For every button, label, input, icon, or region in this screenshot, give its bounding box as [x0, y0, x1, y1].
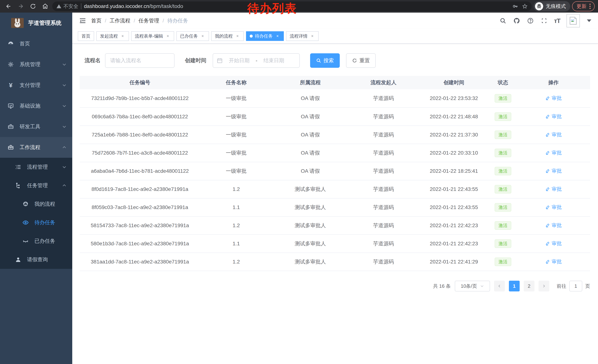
prev-page-button[interactable]: [494, 281, 505, 291]
page-button-2[interactable]: 2: [524, 281, 534, 291]
end-date-input[interactable]: [260, 57, 288, 64]
close-icon[interactable]: ×: [235, 33, 240, 39]
sidebar-item-done-tasks[interactable]: 已办任务: [0, 232, 72, 250]
process-name-input[interactable]: [105, 53, 174, 68]
total-count: 共 16 条: [433, 283, 451, 289]
approve-link[interactable]: 审批: [545, 240, 562, 247]
cell-task-id: 725a1eb6-7b88-11ec-8ef0-acde48001122: [80, 132, 200, 138]
tab-start-process[interactable]: 发起流程×: [96, 31, 129, 41]
sidebar-item-leave-query[interactable]: 请假查询: [0, 250, 72, 269]
date-range-picker[interactable]: -: [213, 53, 300, 68]
close-icon[interactable]: ×: [120, 33, 125, 39]
goto-page-input[interactable]: [569, 281, 582, 291]
cell-task-id: 58154733-7ac8-11ec-a9e2-a2380e71991a: [80, 223, 200, 228]
browser-update-button[interactable]: 更新: [572, 1, 595, 11]
table-row: 58154733-7ac8-11ec-a9e2-a2380e71991a 1.2…: [80, 216, 590, 235]
cell-task-name: 1.2: [200, 259, 272, 265]
page-size-select[interactable]: 10条/页: [455, 281, 490, 291]
table-row: 8f059c03-7ac8-11ec-a9e2-a2380e71991a 1.1…: [80, 198, 590, 216]
gear-icon: [8, 61, 14, 68]
filter-bar: 流程名 创建时间 - 搜索 重置: [72, 44, 598, 68]
github-icon[interactable]: [513, 17, 520, 24]
cell-task-name: 1.1: [200, 241, 272, 247]
cell-process: OA 请假: [272, 113, 348, 120]
sidebar-item-todo-tasks[interactable]: 待办任务: [0, 213, 72, 232]
tab-home[interactable]: 首页: [78, 31, 94, 41]
sidebar: 芋道管理系统 首页 系统管理 ¥ 支付管理 基础设施: [0, 13, 72, 364]
browser-home-button[interactable]: [40, 1, 50, 11]
start-date-input[interactable]: [225, 57, 253, 64]
close-icon[interactable]: ×: [310, 33, 315, 39]
avatar[interactable]: [566, 14, 580, 27]
calendar-icon: [217, 57, 223, 64]
cell-task-id: a6aba0a4-7b6d-11ec-b781-acde48001122: [80, 168, 200, 174]
sidebar-item-system[interactable]: 系统管理: [0, 54, 72, 75]
approve-link[interactable]: 审批: [545, 149, 562, 156]
close-icon[interactable]: ×: [165, 33, 170, 39]
approve-link[interactable]: 审批: [545, 204, 562, 210]
breadcrumb-home[interactable]: 首页: [91, 17, 101, 24]
yen-icon: ¥: [8, 82, 14, 89]
sidebar-item-my-process[interactable]: 我的流程: [0, 195, 72, 213]
sidebar-item-payment[interactable]: ¥ 支付管理: [0, 75, 72, 96]
tab-done-tasks[interactable]: 已办任务×: [176, 31, 209, 41]
font-size-icon[interactable]: тT: [554, 17, 560, 24]
tab-todo-tasks[interactable]: 待办任务×: [246, 31, 284, 41]
fullscreen-icon[interactable]: [540, 17, 548, 24]
app-logo[interactable]: 芋道管理系统: [0, 13, 72, 33]
sidebar-item-infrastructure[interactable]: 基础设施: [0, 96, 72, 116]
approve-link[interactable]: 审批: [545, 95, 562, 101]
cell-process: 测试多审批人: [272, 186, 348, 193]
sidebar-item-process-management[interactable]: 流程管理: [0, 158, 72, 176]
col-status: 状态: [489, 79, 517, 86]
toolbox-icon: [8, 123, 14, 130]
sidebar-item-dev-tools[interactable]: 研发工具: [0, 116, 72, 137]
table-row: 381aa1dd-7ac8-11ec-a9e2-a2380e71991a 1.2…: [80, 252, 590, 271]
browser-forward-button[interactable]: [16, 1, 26, 11]
list-tree-icon: [15, 164, 22, 170]
approve-link[interactable]: 审批: [545, 186, 562, 192]
search-icon[interactable]: [499, 17, 507, 24]
sidebar-item-home[interactable]: 首页: [0, 33, 72, 54]
security-chip[interactable]: 不安全: [56, 3, 78, 10]
password-key-icon[interactable]: [512, 4, 518, 9]
browser-menu-icon[interactable]: [590, 4, 592, 9]
breadcrumb-task-management[interactable]: 任务管理: [139, 17, 159, 24]
approve-link[interactable]: 审批: [545, 168, 562, 174]
cell-task-id: 069c6a63-7b8a-11ec-8ef0-acde48001122: [80, 114, 200, 120]
sidebar-item-workflow[interactable]: 工作流程: [0, 137, 72, 158]
user-icon: [15, 256, 22, 263]
next-page-button[interactable]: [539, 281, 549, 291]
help-icon[interactable]: [527, 17, 534, 24]
sidebar-collapse-icon[interactable]: [79, 17, 86, 24]
tab-process-detail[interactable]: 流程详情×: [286, 31, 319, 41]
cell-task-name: 一级审批: [200, 149, 272, 156]
page-button-1[interactable]: 1: [509, 281, 520, 291]
cell-task-id: 381aa1dd-7ac8-11ec-a9e2-a2380e71991a: [80, 259, 200, 265]
breadcrumb-workflow[interactable]: 工作流程: [110, 17, 130, 24]
table-row: 8f0d1619-7ac8-11ec-a9e2-a2380e71991a 1.2…: [80, 180, 590, 198]
close-icon[interactable]: ×: [200, 33, 205, 39]
status-badge: 激活: [495, 112, 511, 121]
tab-my-process[interactable]: 我的流程×: [211, 31, 244, 41]
approve-link[interactable]: 审批: [545, 113, 562, 120]
edit-pencil-icon: [545, 168, 550, 173]
security-label: 不安全: [63, 3, 78, 10]
bookmark-star-icon[interactable]: [522, 4, 528, 9]
table-row: 069c6a63-7b8a-11ec-8ef0-acde48001122 一级审…: [80, 107, 590, 126]
avatar-dropdown-caret[interactable]: [587, 19, 591, 22]
browser-reload-button[interactable]: [28, 1, 38, 11]
browser-back-button[interactable]: [3, 1, 14, 11]
briefcase-icon: [8, 144, 14, 151]
approve-link[interactable]: 审批: [545, 258, 562, 265]
reset-button[interactable]: 重置: [346, 53, 376, 68]
cell-create-time: 2022-01-22 20:33:10: [419, 150, 489, 156]
search-button[interactable]: 搜索: [310, 53, 340, 68]
tab-form-edit[interactable]: 流程表单-编辑×: [131, 31, 174, 41]
cell-process: 测试多审批人: [272, 240, 348, 247]
approve-link[interactable]: 审批: [545, 222, 562, 229]
sidebar-item-task-management[interactable]: 任务管理: [0, 176, 72, 195]
create-time-label: 创建时间: [185, 57, 206, 64]
close-icon[interactable]: ×: [275, 33, 280, 39]
approve-link[interactable]: 审批: [545, 131, 562, 138]
